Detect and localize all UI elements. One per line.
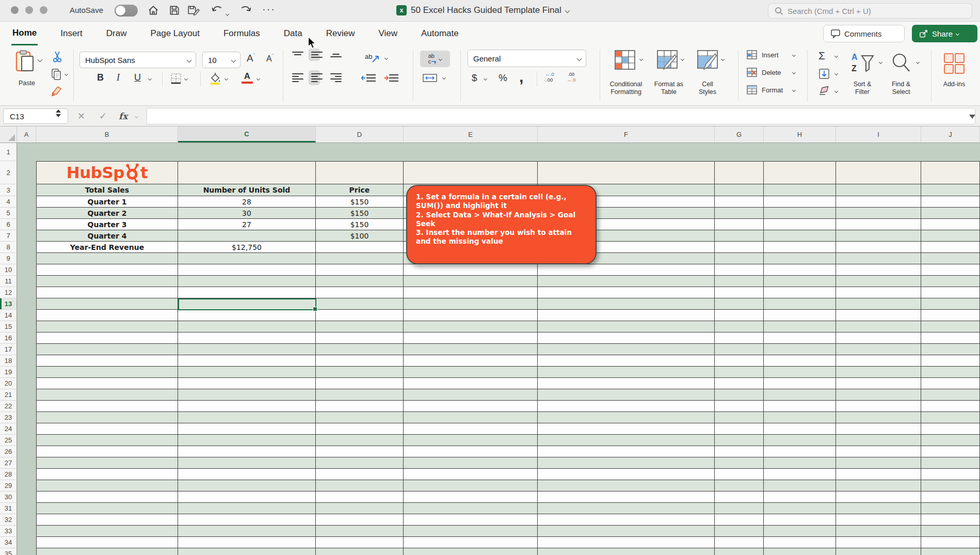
cell-J3[interactable] (921, 184, 980, 196)
sort-filter-icon[interactable]: AZ (849, 51, 875, 76)
decrease-decimal-button[interactable]: .00→.0 (567, 71, 575, 83)
cell-H6[interactable] (764, 219, 836, 230)
cell-B33[interactable] (36, 526, 178, 537)
row-header-26[interactable]: 26 (0, 446, 17, 457)
cell-C25[interactable] (178, 435, 316, 446)
cell-H23[interactable] (764, 412, 836, 423)
copy-icon[interactable] (51, 68, 62, 81)
row-header-12[interactable]: 12 (0, 287, 17, 298)
cell-C18[interactable] (178, 355, 316, 367)
cell-D3[interactable]: Price (316, 184, 404, 196)
insert-function-icon[interactable]: fx (119, 111, 127, 121)
cell-C31[interactable] (178, 503, 316, 514)
tab-insert[interactable]: Insert (59, 22, 84, 45)
cell-D25[interactable] (316, 435, 404, 446)
row-header-11[interactable]: 11 (0, 276, 17, 287)
cell-D9[interactable] (316, 253, 404, 264)
cell-D17[interactable] (316, 344, 404, 355)
cell-J14[interactable] (921, 310, 980, 321)
cell-J11[interactable] (921, 276, 980, 287)
cell-E11[interactable] (404, 276, 538, 287)
cell-J27[interactable] (921, 457, 980, 469)
cell-C4[interactable]: 28 (178, 196, 316, 208)
cell-G26[interactable] (715, 446, 764, 457)
row-header-33[interactable]: 33 (0, 526, 17, 537)
cell-F25[interactable] (538, 435, 715, 446)
row-header-32[interactable]: 32 (0, 514, 17, 526)
tab-automate[interactable]: Automate (420, 22, 460, 45)
cell-I26[interactable] (836, 446, 921, 457)
cell-D5[interactable]: $150 (316, 208, 404, 219)
tab-home[interactable]: Home (11, 22, 38, 45)
cell-J19[interactable] (921, 367, 980, 378)
save-as-icon[interactable] (187, 5, 200, 16)
cell-F16[interactable] (538, 332, 715, 344)
borders-button[interactable] (170, 73, 182, 84)
cell-I33[interactable] (836, 526, 921, 537)
home-icon[interactable] (148, 5, 159, 16)
fx-chevron-icon[interactable] (135, 115, 138, 118)
cell-B34[interactable] (36, 537, 178, 548)
cell-B26[interactable] (36, 446, 178, 457)
cell-H9[interactable] (764, 253, 836, 264)
share-button[interactable]: Share (912, 25, 977, 42)
cell-E26[interactable] (404, 446, 538, 457)
cell-D14[interactable] (316, 310, 404, 321)
cell-B30[interactable] (36, 491, 178, 503)
cell-D29[interactable] (316, 480, 404, 491)
cell-G23[interactable] (715, 412, 764, 423)
cell-D31[interactable] (316, 503, 404, 514)
cell-D2[interactable] (316, 161, 404, 184)
cell-G7[interactable] (715, 230, 764, 242)
cell-H2[interactable] (764, 161, 836, 184)
cell-I29[interactable] (836, 480, 921, 491)
select-all-corner[interactable] (0, 126, 17, 142)
formula-input[interactable] (147, 108, 975, 124)
save-icon[interactable] (169, 5, 180, 16)
copy-chevron-icon[interactable] (65, 72, 68, 76)
cell-D33[interactable] (316, 526, 404, 537)
cell-I3[interactable] (836, 184, 921, 196)
tab-formulas[interactable]: Formulas (222, 22, 261, 45)
wrap-text-button[interactable]: abc (420, 51, 450, 67)
sort-filter-chevron-icon[interactable] (879, 60, 882, 64)
cell-G13[interactable] (715, 298, 764, 310)
cell-G25[interactable] (715, 435, 764, 446)
cell-F14[interactable] (538, 310, 715, 321)
cell-I31[interactable] (836, 503, 921, 514)
borders-chevron-icon[interactable] (184, 77, 188, 81)
cell-B7[interactable]: Quarter 4 (36, 230, 178, 242)
increase-indent-button[interactable] (384, 73, 399, 84)
cell-E23[interactable] (404, 412, 538, 423)
row-header-2[interactable]: 2 (0, 161, 17, 184)
cell-F30[interactable] (538, 491, 715, 503)
cell-J31[interactable] (921, 503, 980, 514)
comments-button[interactable]: Comments (823, 25, 905, 42)
row-header-28[interactable]: 28 (0, 469, 17, 480)
cell-H10[interactable] (764, 264, 836, 276)
cell-J22[interactable] (921, 401, 980, 412)
cell-B9[interactable] (36, 253, 178, 264)
cell-G18[interactable] (715, 355, 764, 367)
cell-C15[interactable] (178, 321, 316, 332)
delete-label[interactable]: Delete (762, 69, 781, 76)
cell-F12[interactable] (538, 287, 715, 298)
row-header-21[interactable]: 21 (0, 389, 17, 401)
cell-E35[interactable] (404, 548, 538, 555)
cell-styles-label[interactable]: Cell Styles (695, 81, 720, 96)
row-header-6[interactable]: 6 (0, 219, 17, 230)
undo-chevron-icon[interactable] (226, 8, 229, 18)
cell-B4[interactable]: Quarter 1 (36, 196, 178, 208)
orientation-button[interactable]: ab (364, 51, 380, 64)
search-input[interactable]: Search (Cmd + Ctrl + U) (768, 3, 972, 19)
cell-D30[interactable] (316, 491, 404, 503)
cell-G28[interactable] (715, 469, 764, 480)
column-header-D[interactable]: D (316, 126, 404, 142)
cell-I12[interactable] (836, 287, 921, 298)
cell-H3[interactable] (764, 184, 836, 196)
row-header-34[interactable]: 34 (0, 537, 17, 548)
underline-button[interactable]: U (134, 72, 141, 83)
cell-C22[interactable] (178, 401, 316, 412)
cell-B35[interactable] (36, 548, 178, 555)
cell-H12[interactable] (764, 287, 836, 298)
